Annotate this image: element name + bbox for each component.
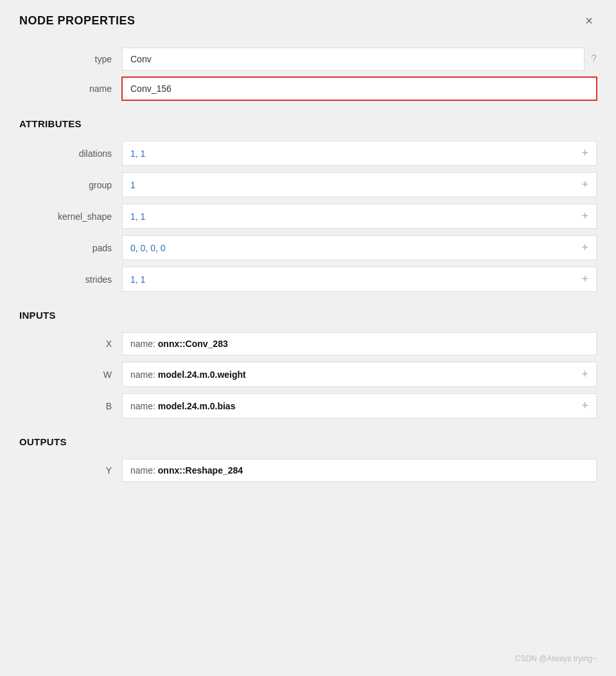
node-properties-panel: NODE PROPERTIES × type Conv ? name Conv_… (0, 0, 616, 676)
type-field-row: type Conv ? (19, 48, 597, 71)
type-label: type (19, 54, 122, 64)
name-value: Conv_156 (130, 84, 172, 94)
input-w-label: W (19, 369, 122, 380)
strides-plus-button[interactable]: + (581, 272, 588, 286)
kernel-shape-field-row: kernel_shape 1, 1 + (19, 204, 597, 229)
strides-field-row: strides 1, 1 + (19, 267, 597, 292)
input-b-value-box[interactable]: name: model.24.m.0.bias + (122, 393, 597, 418)
output-y-label: Y (19, 465, 122, 476)
dilations-plus-button[interactable]: + (581, 147, 588, 160)
type-value: Conv (130, 54, 152, 64)
kernel-shape-label: kernel_shape (19, 211, 122, 222)
output-y-value-box[interactable]: name: onnx::Reshape_284 (122, 459, 597, 482)
name-label: name (19, 84, 122, 94)
input-x-value-box[interactable]: name: onnx::Conv_283 (122, 332, 597, 355)
input-x-label: X (19, 339, 122, 349)
panel-header: NODE PROPERTIES × (19, 13, 597, 28)
group-field-row: group 1 + (19, 172, 597, 197)
output-y-value: name: onnx::Reshape_284 (130, 465, 243, 476)
kernel-shape-value: 1, 1 (130, 211, 145, 222)
input-x-field-row: X name: onnx::Conv_283 (19, 332, 597, 355)
input-b-value: name: model.24.m.0.bias (130, 401, 235, 411)
inputs-section-title: INPUTS (19, 310, 597, 321)
attributes-section-title: ATTRIBUTES (19, 118, 597, 129)
input-w-value-box[interactable]: name: model.24.m.0.weight + (122, 362, 597, 387)
input-w-plus-button[interactable]: + (581, 368, 588, 381)
pads-field-row: pads 0, 0, 0, 0 + (19, 235, 597, 260)
pads-label: pads (19, 243, 122, 253)
name-field-row: name Conv_156 (19, 77, 597, 100)
close-button[interactable]: × (581, 13, 597, 28)
kernel-shape-plus-button[interactable]: + (581, 209, 588, 223)
pads-value-box[interactable]: 0, 0, 0, 0 + (122, 235, 597, 260)
group-value-box[interactable]: 1 + (122, 172, 597, 197)
strides-value: 1, 1 (130, 274, 145, 285)
strides-value-box[interactable]: 1, 1 + (122, 267, 597, 292)
input-x-value: name: onnx::Conv_283 (130, 339, 228, 349)
input-b-field-row: B name: model.24.m.0.bias + (19, 393, 597, 418)
strides-label: strides (19, 274, 122, 285)
dilations-value: 1, 1 (130, 148, 145, 159)
input-w-value: name: model.24.m.0.weight (130, 369, 246, 380)
pads-plus-button[interactable]: + (581, 241, 588, 254)
dilations-field-row: dilations 1, 1 + (19, 141, 597, 166)
name-value-box[interactable]: Conv_156 (122, 77, 597, 100)
input-w-field-row: W name: model.24.m.0.weight + (19, 362, 597, 387)
group-plus-button[interactable]: + (581, 178, 588, 191)
group-value: 1 (130, 180, 136, 190)
watermark: CSDN @Always trying~ (515, 654, 597, 663)
type-help: ? (591, 53, 597, 65)
type-value-box[interactable]: Conv (122, 48, 585, 71)
dilations-label: dilations (19, 148, 122, 159)
kernel-shape-value-box[interactable]: 1, 1 + (122, 204, 597, 229)
input-b-label: B (19, 401, 122, 411)
outputs-section-title: OUTPUTS (19, 436, 597, 447)
dilations-value-box[interactable]: 1, 1 + (122, 141, 597, 166)
output-y-field-row: Y name: onnx::Reshape_284 (19, 459, 597, 482)
panel-title: NODE PROPERTIES (19, 14, 136, 28)
group-label: group (19, 180, 122, 190)
input-b-plus-button[interactable]: + (581, 399, 588, 413)
pads-value: 0, 0, 0, 0 (130, 243, 165, 253)
